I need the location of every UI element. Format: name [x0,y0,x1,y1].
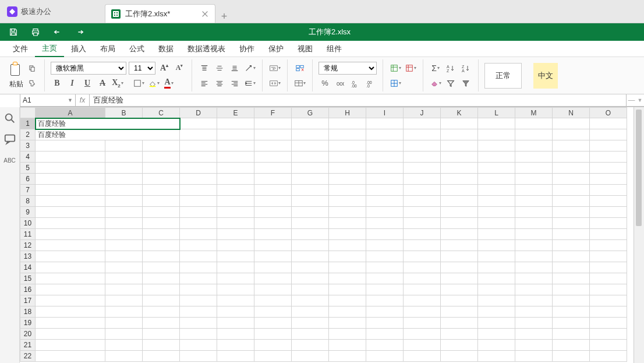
cell-M4[interactable] [515,151,553,163]
cell-M7[interactable] [515,185,553,196]
cell-I20[interactable] [366,329,404,340]
cell-H18[interactable] [329,306,366,318]
cell-F16[interactable] [254,284,292,295]
cell-J4[interactable] [404,151,441,163]
cell-F21[interactable] [254,340,292,351]
row-header-4[interactable]: 4 [20,151,36,163]
col-header-C[interactable]: C [143,108,180,118]
cell-I8[interactable] [366,196,404,207]
named-range-icon[interactable]: ▾ [293,77,306,90]
cell-E12[interactable] [217,240,254,251]
cell-B8[interactable] [105,196,143,207]
cell-D11[interactable] [180,229,217,240]
cell-G21[interactable] [292,340,329,351]
strike-button[interactable]: A [96,77,109,90]
cell-F7[interactable] [254,185,292,196]
cell-F11[interactable] [254,229,292,240]
cell-G8[interactable] [292,196,329,207]
cell-O11[interactable] [590,229,627,240]
cell-L4[interactable] [478,151,515,163]
cell-E6[interactable] [217,174,254,185]
cell-G14[interactable] [292,262,329,273]
menu-保护[interactable]: 保护 [261,41,291,57]
cell-F17[interactable] [254,295,292,306]
cell-L8[interactable] [478,196,515,207]
cell-A22[interactable] [36,351,105,362]
row-header-10[interactable]: 10 [20,218,36,229]
row-header-21[interactable]: 21 [20,340,36,351]
cell-I11[interactable] [366,229,404,240]
cell-K2[interactable] [441,129,478,140]
cell-F18[interactable] [254,306,292,318]
cell-B7[interactable] [105,185,143,196]
cell-G1[interactable] [292,118,329,129]
cell-B9[interactable] [105,207,143,218]
decrease-font-icon[interactable]: A▾ [173,62,186,75]
cell-L21[interactable] [478,340,515,351]
cell-O12[interactable] [590,240,627,251]
cell-L10[interactable] [478,218,515,229]
cell-L12[interactable] [478,240,515,251]
row-header-1[interactable]: 1 [20,118,36,129]
col-header-J[interactable]: J [404,108,441,118]
cell-O10[interactable] [590,218,627,229]
menu-插入[interactable]: 插入 [64,41,93,57]
cell-A4[interactable] [36,151,105,163]
format-cells-icon[interactable]: ▾ [389,77,402,90]
cell-K8[interactable] [441,196,478,207]
cell-K9[interactable] [441,207,478,218]
cell-J7[interactable] [404,185,441,196]
cell-E17[interactable] [217,295,254,306]
cell-N21[interactable] [553,340,590,351]
cell-A8[interactable] [36,196,105,207]
row-header-18[interactable]: 18 [20,306,36,318]
cell-C3[interactable] [143,140,180,151]
cell-D21[interactable] [180,340,217,351]
cell-J19[interactable] [404,318,441,329]
cell-E7[interactable] [217,185,254,196]
cell-D12[interactable] [180,240,217,251]
cell-I12[interactable] [366,240,404,251]
cell-L5[interactable] [478,163,515,174]
cell-N10[interactable] [553,218,590,229]
row-header-17[interactable]: 17 [20,295,36,306]
insert-cells-icon[interactable]: ▾ [389,62,402,75]
align-middle-icon[interactable] [213,62,226,75]
cell-N18[interactable] [553,306,590,318]
cell-A7[interactable] [36,185,105,196]
cell-B3[interactable] [105,140,143,151]
cell-D20[interactable] [180,329,217,340]
cell-L13[interactable] [478,251,515,262]
cell-O19[interactable] [590,318,627,329]
cell-I19[interactable] [366,318,404,329]
cell-F12[interactable] [254,240,292,251]
cell-O13[interactable] [590,251,627,262]
cell-M12[interactable] [515,240,553,251]
cell-H17[interactable] [329,295,366,306]
align-center-icon[interactable] [213,77,226,90]
cell-E16[interactable] [217,284,254,295]
cell-H10[interactable] [329,218,366,229]
cell-J1[interactable] [404,118,441,129]
cell-C21[interactable] [143,340,180,351]
row-header-9[interactable]: 9 [20,207,36,218]
row-header-13[interactable]: 13 [20,251,36,262]
cell-D2[interactable] [180,129,217,140]
cell-E18[interactable] [217,306,254,318]
cell-H22[interactable] [329,351,366,362]
col-header-G[interactable]: G [292,108,329,118]
cell-A3[interactable] [36,140,105,151]
cell-F15[interactable] [254,273,292,284]
cell-D13[interactable] [180,251,217,262]
cell-O21[interactable] [590,340,627,351]
cell-F14[interactable] [254,262,292,273]
cell-J21[interactable] [404,340,441,351]
cell-B22[interactable] [105,351,143,362]
insert-function-icon[interactable] [293,62,306,75]
cell-J14[interactable] [404,262,441,273]
cell-D5[interactable] [180,163,217,174]
cell-D17[interactable] [180,295,217,306]
cell-C10[interactable] [143,218,180,229]
row-header-14[interactable]: 14 [20,262,36,273]
cell-J18[interactable] [404,306,441,318]
